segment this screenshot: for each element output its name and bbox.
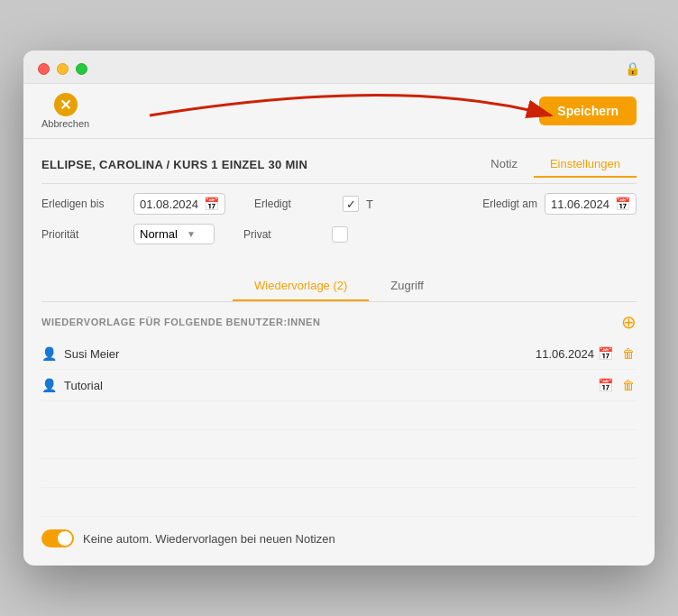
prioritaet-label: Priorität [41,228,123,241]
minimize-button[interactable] [57,63,69,75]
footer-toggle-label: Keine autom. Wiedervorlagen bei neuen No… [83,532,335,546]
save-button[interactable]: Speichern [539,97,637,125]
form-area: Erledigen bis 01.08.2024 📅 Erledigt ✓ T … [41,183,637,262]
user-icon-1: 👤 [41,378,57,392]
priority-select[interactable]: Normal ▼ [133,224,215,244]
delete-wv-1-button[interactable]: 🗑 [620,376,637,394]
erledigt-checkbox[interactable]: ✓ [343,196,359,212]
user-name-1: Tutorial [64,379,587,392]
wiedervorlage-header: WIEDERVORLAGE FÜR FOLGENDE BENUTZER:INNE… [41,302,637,338]
add-wiedervorlage-button[interactable]: ⊕ [621,313,637,331]
section-header: ELLIPSE, CAROLINA / KURS 1 EINZEL 30 MIN… [41,139,637,183]
erledigt-am-label: Erledigt am [482,198,537,210]
empty-row-3 [41,459,637,488]
erledigt-am-group: Erledigt am 11.06.2024 📅 [482,193,637,215]
empty-row-4 [41,488,637,517]
erledigt-group: Erledigt ✓ T [254,196,373,212]
erledigt-label: Erledigt [254,198,335,210]
erledigt-am-date[interactable]: 11.06.2024 📅 [545,193,637,215]
empty-row-2 [41,430,637,459]
privat-checkbox[interactable] [332,226,348,243]
footer: Keine autom. Wiedervorlagen bei neuen No… [41,517,637,547]
wv-row-1: 👤 Tutorial 📅 🗑 [41,370,637,401]
chevron-down-icon: ▼ [187,229,196,239]
delete-wv-0-button[interactable]: 🗑 [620,345,637,363]
main-window: 🔒 ✕ Abbrechen Speichern ELLIPSE, CAROLIN… [23,51,655,565]
wv-row-0: 👤 Susi Meier 11.06.2024 📅 🗑 [41,338,637,370]
tab-notiz[interactable]: Notiz [474,152,534,178]
cancel-icon: ✕ [54,93,78,116]
autom-wiedervorlagen-toggle[interactable] [41,529,74,547]
sub-tab-wiedervorlage[interactable]: Wiedervorlage (2) [233,271,369,301]
section-title: ELLIPSE, CAROLINA / KURS 1 EINZEL 30 MIN [41,158,307,171]
titlebar: 🔒 [23,51,655,84]
tab-einstellungen[interactable]: Einstellungen [534,152,637,178]
wv-actions-0: 🗑 [620,345,637,363]
erledigen-bis-label: Erledigen bis [41,198,123,210]
wv-actions-1: 🗑 [620,376,637,394]
toggle-knob [58,531,72,546]
privat-label: Privat [243,228,325,241]
sub-tabs: Wiedervorlage (2) Zugriff [41,271,637,302]
lock-icon: 🔒 [625,61,640,76]
cancel-label: Abbrechen [41,118,89,129]
form-row-2: Priorität Normal ▼ Privat [41,224,637,244]
wv-date-0: 11.06.2024 📅 [536,346,613,361]
user-icon-0: 👤 [41,346,57,361]
top-tabs: Notiz Einstellungen [474,152,637,178]
form-row-1: Erledigen bis 01.08.2024 📅 Erledigt ✓ T … [41,193,637,215]
calendar-icon-wv0[interactable]: 📅 [598,346,613,361]
maximize-button[interactable] [76,63,87,75]
sub-tab-zugriff[interactable]: Zugriff [369,271,445,301]
cancel-button[interactable]: ✕ Abbrechen [41,93,89,129]
wiedervorlage-title: WIEDERVORLAGE FÜR FOLGENDE BENUTZER:INNE… [41,317,320,327]
wv-date-1: 📅 [594,378,613,392]
privat-group: Privat [243,226,348,243]
toolbar: ✕ Abbrechen Speichern [23,84,655,139]
calendar-icon-1: 📅 [204,197,219,211]
empty-row-1 [41,401,637,430]
calendar-icon-wv1[interactable]: 📅 [598,378,613,392]
user-name-0: Susi Meier [64,347,528,361]
close-button[interactable] [38,63,50,75]
content-area: ELLIPSE, CAROLINA / KURS 1 EINZEL 30 MIN… [23,139,655,565]
erledigt-t-label: T [366,198,373,211]
calendar-icon-2: 📅 [615,197,630,211]
traffic-lights [38,63,87,75]
erledigen-bis-date[interactable]: 01.08.2024 📅 [133,193,225,215]
